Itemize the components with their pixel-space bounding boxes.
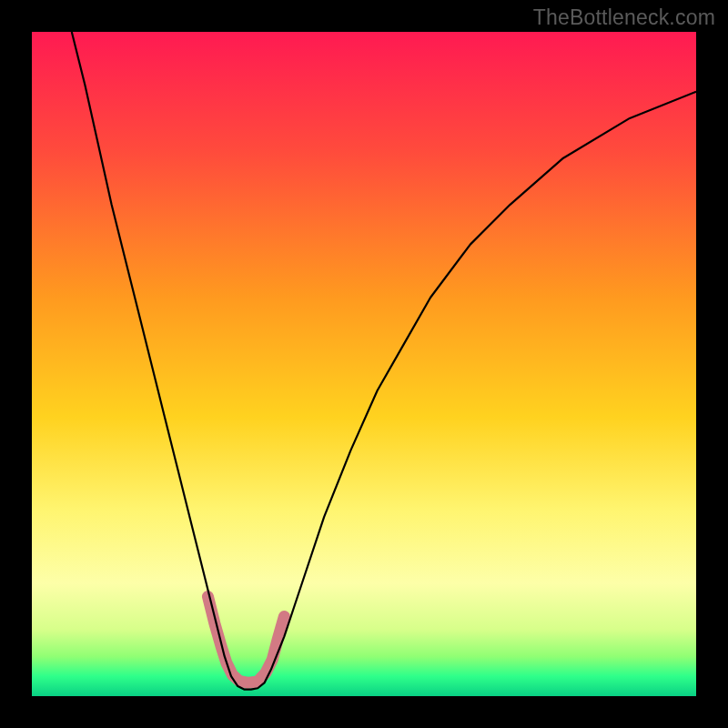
plot-area [32,32,696,696]
bottleneck-chart [32,32,696,696]
gradient-background [32,32,696,696]
chart-frame: TheBottleneck.com [0,0,728,728]
watermark-text: TheBottleneck.com [533,5,715,30]
